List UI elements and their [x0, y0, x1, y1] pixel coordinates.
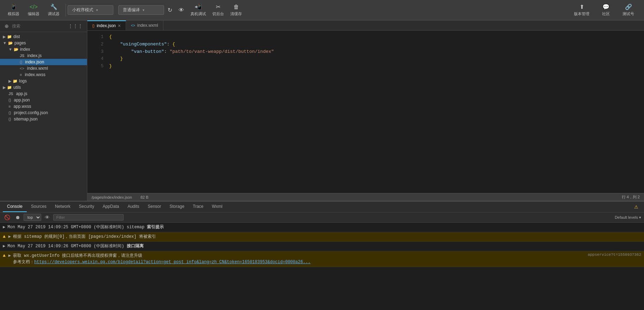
test-btn[interactable]: 🔗 测试号 [616, 4, 640, 17]
tab-console[interactable]: Console [3, 202, 27, 212]
console-output: ▶ Mon May 27 2019 14:09:25 GMT+0800 (中国标… [0, 223, 644, 310]
top-toolbar: 📱 模拟器 </> 编辑器 🔧 调试器 小程序模式 ▾ 普通编译 ▾ ↻ 👁 📲… [0, 0, 644, 20]
sidebar-menu-btn[interactable]: ⋮⋮⋮ [66, 22, 85, 30]
console-source-4: appservice?t=1558937362 [588, 253, 641, 257]
real-machine-btn[interactable]: 📲 真机调试 [190, 4, 206, 17]
tab-security[interactable]: Security [75, 202, 98, 212]
real-machine-icon: 📲 [195, 4, 202, 10]
separator-1 [65, 4, 66, 17]
sidebar-item-index-js[interactable]: JS index.js [0, 52, 87, 59]
docs-link[interactable]: https://developers.weixin.qq.com/blogdet… [34, 260, 311, 265]
console-entry-3: ▶ Mon May 27 2019 14:09:26 GMT+0800 (中国标… [0, 242, 644, 251]
preview-icon: 👁 [179, 7, 184, 13]
chevron-down-icon-index: ▼ [8, 47, 12, 51]
warning-count-indicator: ⚠ [634, 204, 638, 210]
sidebar-item-dist[interactable]: ▶ 📁 dist [0, 33, 87, 40]
refresh-btn[interactable]: ↻ [168, 7, 172, 13]
warning-icon-4: ▲ [3, 253, 6, 258]
console-filter-input[interactable] [53, 214, 124, 221]
close-tab-json[interactable]: × [118, 23, 121, 28]
tab-storage[interactable]: Storage [165, 202, 189, 212]
collapse-arrow-1[interactable]: ▶ [3, 224, 5, 230]
editor-area: {} index.json × <> index.wxml 1 { 2 "usi… [87, 20, 644, 201]
chevron-right-icon-utils: ▶ [3, 85, 6, 90]
chevron-down-icon-pages: ▼ [3, 41, 7, 45]
community-btn[interactable]: 💬 社区 [596, 4, 616, 17]
code-line-4: 4 } [87, 55, 644, 63]
sidebar-home-btn[interactable]: ⊕ [3, 22, 11, 30]
mode-dropdown[interactable]: 小程序模式 ▾ [68, 5, 113, 15]
sidebar-toolbar: ⊕ ⋮⋮⋮ ⇅ ⊞ [0, 20, 87, 32]
tab-network[interactable]: Network [51, 202, 75, 212]
chevron-right-icon-logs: ▶ [8, 79, 11, 83]
tab-wxml[interactable]: Wxml [208, 202, 227, 212]
console-entry-4: ▲ ▶ 获取 wx.getUserInfo 接口后续将不再出现授权弹窗，请注意升… [0, 251, 644, 267]
debug-btn[interactable]: 🔧 调试器 [44, 4, 64, 17]
console-text-1: Mon May 27 2019 14:09:25 GMT+0800 (中国标准时… [7, 224, 641, 230]
stop-recording-btn[interactable]: ⏺ [14, 214, 21, 221]
tab-sources[interactable]: Sources [27, 202, 51, 212]
devtools-toolbar: 🚫 ⏺ top 👁 Default levels ▾ [0, 212, 644, 223]
json-tab-icon: {} [92, 24, 95, 28]
wxss-icon-app: ≡ [8, 104, 11, 108]
chevron-right-icon: ▶ [3, 35, 6, 39]
simulator-btn[interactable]: 📱 模拟器 [4, 4, 24, 17]
tab-sensor[interactable]: Sensor [144, 202, 165, 212]
file-size: 82 B [140, 195, 149, 199]
tab-trace[interactable]: Trace [189, 202, 208, 212]
sidebar-item-utils[interactable]: ▶ 📁 utils [0, 84, 87, 91]
json-icon-sitemap: {} [8, 117, 11, 121]
sidebar-tree: ▶ 📁 dist ▼ 📂 pages ▼ 📂 index [0, 32, 87, 201]
cut-icon: ✂ [216, 4, 220, 10]
collapse-arrow-4[interactable]: ▶ [8, 253, 11, 258]
code-line-3: 3 "van-button": "path/to/vant-weapp/dist… [87, 48, 644, 56]
sidebar-item-project-config[interactable]: {} project.config.json [0, 110, 87, 116]
sidebar-item-logs[interactable]: ▶ 📁 logs [0, 78, 87, 84]
clear-icon: 🗑 [233, 4, 239, 10]
editor-tabs: {} index.json × <> index.wxml [87, 20, 644, 31]
json-icon-project: {} [8, 111, 11, 115]
cut-btn[interactable]: ✂ 切后台 [212, 4, 224, 17]
collapse-arrow-2[interactable]: ▶ [8, 234, 11, 239]
debug-icon: 🔧 [50, 4, 57, 10]
tab-appdata[interactable]: AppData [98, 202, 123, 212]
sidebar-item-app-js[interactable]: JS app.js [0, 91, 87, 97]
editor-tab-index-json[interactable]: {} index.json × [87, 20, 126, 30]
js-file-icon: JS [20, 54, 24, 58]
preview-btn[interactable]: 👁 [179, 7, 184, 13]
compile-dropdown[interactable]: 普通编译 ▾ [118, 5, 164, 15]
refresh-icon: ↻ [168, 7, 172, 13]
sidebar-search-input[interactable] [12, 24, 65, 29]
sidebar-item-app-json[interactable]: {} app.json [0, 97, 87, 103]
context-select[interactable]: top [24, 214, 41, 221]
clear-cache-btn[interactable]: 🗑 清缓存 [230, 4, 242, 17]
code-line-5: 5 } [87, 63, 644, 70]
json-file-icon: {} [20, 60, 22, 64]
default-levels-dropdown[interactable]: Default levels ▾ [615, 215, 641, 220]
eye-btn[interactable]: 👁 [43, 214, 51, 221]
tab-audits[interactable]: Audits [123, 202, 143, 212]
bottom-panel: Console Sources Network Security AppData… [0, 201, 644, 310]
status-bar: /pages/index/index.json 82 B 行 4，列 2 [87, 193, 644, 201]
cursor-position: 行 4，列 2 [622, 194, 640, 200]
collapse-arrow-3[interactable]: ▶ [3, 243, 5, 249]
file-path: /pages/index/index.json [92, 195, 132, 199]
sidebar-item-index-json[interactable]: {} index.json [0, 59, 87, 65]
console-text-4: 获取 wx.getUserInfo 接口后续将不再出现授权弹窗，请注意升级 参考… [13, 253, 586, 265]
editor-content[interactable]: 1 { 2 "usingComponents": { 3 "van-button… [87, 31, 644, 193]
clear-console-btn[interactable]: 🚫 [3, 214, 12, 221]
version-btn[interactable]: ⬆ 版本管理 [568, 4, 596, 17]
version-icon: ⬆ [580, 4, 584, 10]
sidebar-item-sitemap[interactable]: {} sitemap.json [0, 116, 87, 122]
toolbar-right: ⬆ 版本管理 💬 社区 🔗 测试号 [568, 4, 640, 17]
editor-btn[interactable]: </> 编辑器 [24, 4, 44, 17]
folder-icon-pages: 📂 [8, 41, 13, 45]
editor-tab-index-wxml[interactable]: <> index.wxml [126, 20, 163, 30]
sidebar-item-index-wxss[interactable]: ≡ index.wxss [0, 72, 87, 78]
folder-icon-index: 📂 [14, 47, 19, 52]
sidebar-item-pages[interactable]: ▼ 📂 pages [0, 40, 87, 46]
sidebar-item-index-wxml[interactable]: <> index.wxml [0, 65, 87, 72]
sidebar-item-app-wxss[interactable]: ≡ app.wxss [0, 103, 87, 110]
action-group: ↻ 👁 📲 真机调试 ✂ 切后台 🗑 清缓存 [164, 4, 245, 17]
sidebar-item-index[interactable]: ▼ 📂 index [0, 46, 87, 52]
